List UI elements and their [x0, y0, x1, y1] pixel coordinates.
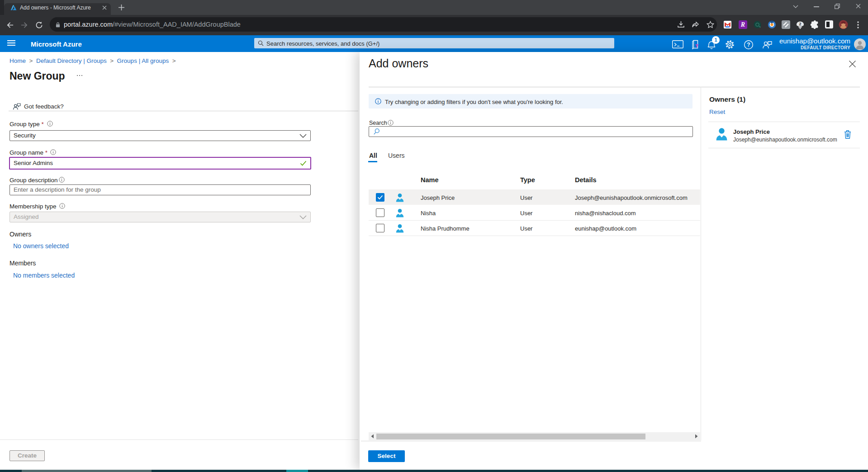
svg-text:2: 2 [799, 22, 801, 26]
